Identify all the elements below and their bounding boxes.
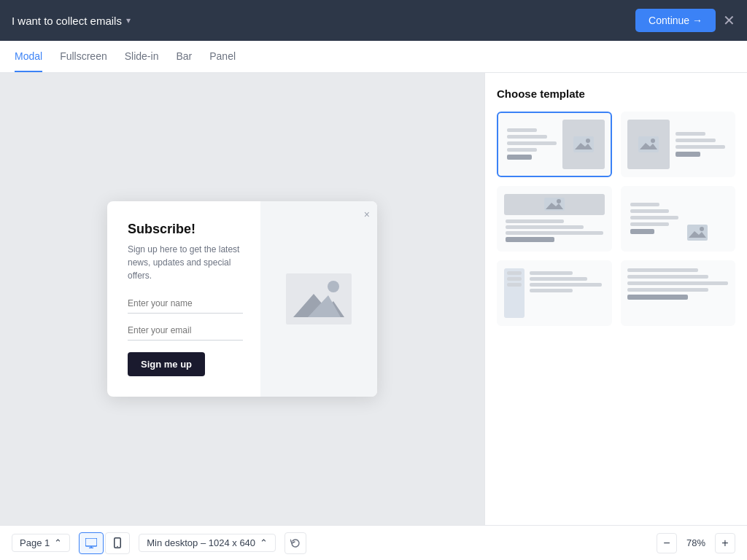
zoom-out-button[interactable]: − [657,533,677,553]
close-button[interactable]: ✕ [723,13,735,28]
template-card-6[interactable] [621,260,736,326]
main-layout: × Subscribe! Sign up here to get the lat… [0,73,747,525]
canvas-area: × Subscribe! Sign up here to get the lat… [0,73,484,525]
bottom-bar: Page 1 ⌃ Min desktop – 1024 x 640 ⌃ − 7 [0,525,747,560]
svg-rect-4 [573,136,594,152]
svg-point-8 [651,139,655,143]
modal-left-content: Subscribe! Sign up here to get the lates… [107,201,260,397]
viewport-chevron-icon: ⌃ [260,537,268,548]
svg-point-1 [328,281,339,292]
modal-email-input[interactable] [128,321,243,341]
viewport-selector[interactable]: Min desktop – 1024 x 640 ⌃ [139,534,276,552]
template-card-3[interactable] [497,186,612,252]
template-card-2[interactable] [621,112,736,177]
tab-bar-item[interactable]: Bar [176,41,192,72]
svg-point-5 [586,139,590,143]
tpl1-image-icon [573,136,594,152]
mobile-icon [114,537,121,548]
modal-close-icon[interactable]: × [364,209,370,220]
modal-preview: × Subscribe! Sign up here to get the lat… [107,201,377,397]
tab-modal[interactable]: Modal [15,41,42,72]
template-panel: Choose template [484,73,747,525]
tab-bar: Modal Fullscreen Slide-in Bar Panel [0,41,747,73]
goal-selector[interactable]: I want to collect emails ▾ [12,15,131,27]
template-grid [497,112,735,326]
tpl4-image-icon [687,225,708,241]
svg-rect-16 [85,538,97,546]
desktop-device-button[interactable] [79,532,104,554]
template-card-4[interactable] [621,186,736,252]
modal-title: Subscribe! [128,222,243,237]
svg-rect-7 [638,136,659,152]
refresh-icon [290,538,301,548]
template-panel-title: Choose template [497,88,735,100]
header: I want to collect emails ▾ Continue → ✕ [0,0,747,41]
continue-button[interactable]: Continue → [635,9,716,32]
page-chevron-icon: ⌃ [54,537,62,548]
zoom-label: 78% [683,537,709,548]
page-label: Page 1 [20,537,50,548]
viewport-label: Min desktop – 1024 x 640 [147,537,255,548]
template-card-5[interactable] [497,260,612,326]
tab-panel[interactable]: Panel [209,41,236,72]
modal-name-input[interactable] [128,294,243,314]
device-buttons [79,532,130,554]
modal-image-area [260,201,377,397]
svg-point-20 [117,546,118,548]
tab-fullscreen[interactable]: Fullscreen [60,41,107,72]
goal-title: I want to collect emails [12,15,122,27]
zoom-in-button[interactable]: + [715,533,735,553]
header-actions: Continue → ✕ [635,9,735,32]
svg-point-14 [700,227,704,231]
goal-chevron-icon: ▾ [126,15,131,26]
svg-rect-13 [687,225,708,241]
tpl2-image-icon [638,136,659,152]
modal-subtitle: Sign up here to get the latest news, upd… [128,243,243,282]
svg-point-11 [557,199,561,203]
mobile-device-button[interactable] [105,532,130,554]
page-selector[interactable]: Page 1 ⌃ [12,534,70,552]
tpl3-image-icon [544,198,565,211]
zoom-controls: − 78% + [657,533,735,553]
modal-submit-button[interactable]: Sign me up [128,352,205,376]
template-card-1[interactable] [497,112,612,177]
desktop-icon [85,538,97,548]
modal-image-placeholder [286,273,352,324]
refresh-button[interactable] [285,532,306,554]
tab-slide-in[interactable]: Slide-in [125,41,159,72]
